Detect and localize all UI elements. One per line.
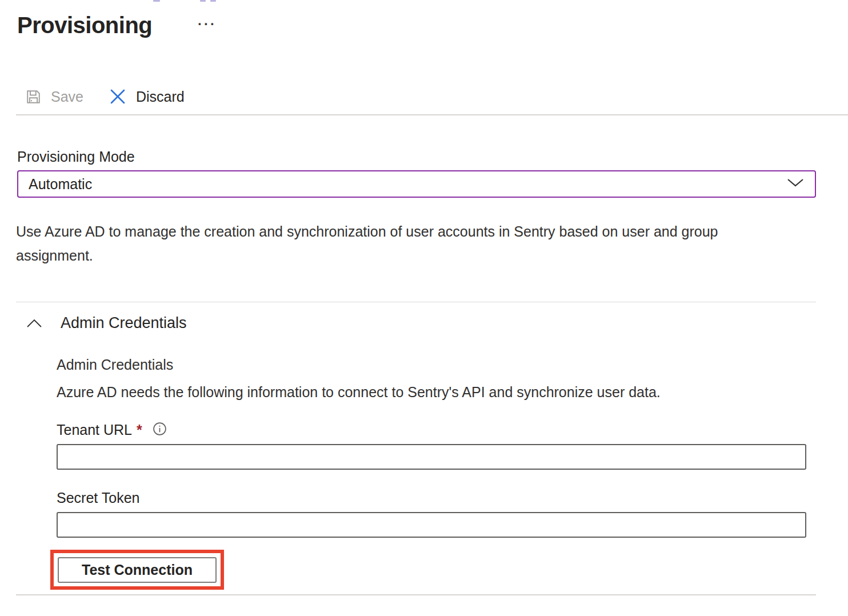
test-connection-button-label: Test Connection	[82, 562, 193, 578]
chevron-down-icon	[786, 178, 805, 190]
provisioning-mode-dropdown[interactable]: Automatic	[17, 170, 816, 198]
clipped-text-fragment	[200, 0, 206, 2]
tenant-url-label-row: Tenant URL *	[57, 422, 167, 438]
save-button-label: Save	[51, 90, 83, 104]
tenant-url-input[interactable]	[57, 444, 806, 470]
secret-token-label: Secret Token	[57, 490, 139, 506]
admin-credentials-description: Azure AD needs the following information…	[57, 384, 788, 401]
chevron-up-icon	[26, 319, 42, 328]
command-toolbar: Save Discard	[25, 83, 185, 110]
admin-credentials-subheading: Admin Credentials	[57, 357, 173, 373]
discard-button[interactable]: Discard	[109, 87, 185, 106]
bottom-divider	[16, 594, 816, 595]
secret-token-label-row: Secret Token	[57, 490, 139, 506]
admin-credentials-section-toggle[interactable]: Admin Credentials	[26, 314, 187, 332]
more-options-button[interactable]: ···	[198, 17, 217, 31]
provisioning-mode-description: Use Azure AD to manage the creation and …	[16, 219, 776, 267]
tenant-url-label: Tenant URL	[57, 422, 132, 438]
admin-credentials-section-title: Admin Credentials	[61, 314, 187, 332]
test-connection-button[interactable]: Test Connection	[58, 557, 217, 583]
required-indicator: *	[137, 422, 142, 438]
provisioning-mode-selected-value: Automatic	[29, 176, 92, 193]
page-title: Provisioning	[17, 13, 152, 38]
section-divider	[16, 302, 816, 302]
clipped-text-fragment	[153, 0, 160, 2]
provisioning-mode-label: Provisioning Mode	[17, 149, 135, 165]
provisioning-page: Provisioning ··· Save Discard	[0, 0, 848, 616]
discard-x-icon	[109, 87, 127, 106]
annotation-highlight-box: Test Connection	[50, 550, 224, 590]
secret-token-input[interactable]	[57, 512, 806, 538]
toolbar-divider	[16, 114, 848, 115]
info-icon[interactable]	[153, 422, 167, 438]
save-button[interactable]: Save	[25, 89, 83, 105]
discard-button-label: Discard	[136, 90, 185, 104]
clipped-text-fragment	[210, 0, 216, 2]
ellipsis-icon: ···	[198, 16, 217, 31]
save-icon	[25, 89, 42, 105]
